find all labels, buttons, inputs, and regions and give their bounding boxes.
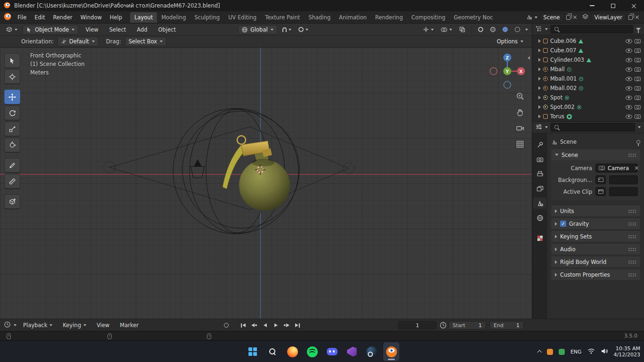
clear-camera-icon[interactable] — [635, 166, 639, 170]
tab-texture-paint[interactable]: Texture Paint — [261, 12, 304, 23]
disable-render-icon[interactable] — [635, 96, 641, 100]
expand-icon[interactable] — [538, 39, 541, 43]
expand-icon[interactable] — [538, 49, 541, 52]
tab-sculpting[interactable]: Sculpting — [190, 12, 224, 23]
minimize-button[interactable] — [582, 0, 603, 11]
expand-icon[interactable] — [555, 273, 557, 277]
disable-render-icon[interactable] — [635, 86, 641, 90]
transform-tool[interactable] — [4, 138, 20, 152]
menu-window[interactable]: Window — [76, 13, 105, 22]
object-name[interactable]: Cube.006 — [550, 38, 576, 44]
disable-render-icon[interactable] — [635, 39, 641, 43]
tab-tool[interactable] — [533, 139, 546, 150]
overlays-dropdown[interactable] — [439, 25, 454, 34]
unlink-scene-icon[interactable] — [573, 15, 577, 19]
object-name[interactable]: Torus — [550, 113, 564, 120]
previous-keyframe-button[interactable] — [249, 321, 259, 330]
properties-editor-caret-icon[interactable] — [545, 126, 548, 128]
close-button[interactable] — [623, 0, 644, 11]
viewport-canvas[interactable]: Front Orthographic (1) Scene Collection … — [0, 48, 532, 319]
shading-wireframe-button[interactable] — [476, 25, 485, 34]
timeline-editor-icon[interactable] — [4, 321, 11, 329]
outliner-editor-caret-icon[interactable] — [545, 28, 548, 30]
spotify-app[interactable] — [304, 342, 320, 361]
active-clip-field[interactable] — [609, 187, 638, 196]
camera-view-icon[interactable] — [516, 124, 524, 134]
expand-icon[interactable] — [538, 77, 541, 81]
tab-rendering[interactable]: Rendering — [371, 12, 407, 23]
expand-icon[interactable] — [538, 86, 541, 90]
select-box-tool[interactable] — [4, 53, 20, 68]
scene-name-field[interactable]: Scene — [540, 13, 564, 22]
browse-scene-icon[interactable] — [526, 14, 532, 21]
start-button[interactable] — [245, 342, 261, 361]
expand-icon[interactable] — [538, 105, 541, 109]
object-name[interactable]: Mball — [550, 66, 565, 73]
play-button[interactable] — [271, 321, 281, 330]
blender-menu-logo[interactable] — [4, 13, 11, 22]
object-name[interactable]: Mball.002 — [550, 85, 577, 91]
snapping-toggle[interactable] — [281, 25, 293, 34]
tab-geometry-nodes[interactable]: Geometry Noc — [450, 12, 497, 23]
current-frame-field[interactable]: 1 — [398, 321, 437, 329]
navigation-gizmo[interactable]: Z X Y — [487, 51, 527, 91]
expand-icon[interactable] — [538, 96, 541, 99]
panel-header-rigid-body-world[interactable]: Rigid Body World — [551, 256, 640, 267]
outliner-row-cube006[interactable]: Cube.006 — [532, 36, 644, 46]
pin-icon[interactable] — [636, 140, 640, 144]
options-dropdown[interactable]: Options — [493, 37, 527, 46]
3d-scene[interactable] — [0, 48, 532, 319]
menu-keying[interactable]: Keying — [59, 321, 90, 330]
expand-icon[interactable] — [555, 247, 557, 251]
jump-to-start-button[interactable] — [239, 321, 248, 330]
toggle-grid-icon[interactable] — [516, 140, 524, 150]
outliner-row-mball[interactable]: Mball — [532, 65, 644, 74]
transform-orientation-dropdown[interactable]: Global — [238, 25, 277, 34]
play-reverse-button[interactable] — [260, 321, 270, 330]
object-name[interactable]: Spot — [550, 94, 562, 101]
panel-header-custom-properties[interactable]: Custom Properties — [551, 269, 640, 280]
preview-range-clock-icon[interactable] — [439, 321, 447, 329]
hide-viewport-icon[interactable] — [626, 77, 632, 81]
hide-viewport-icon[interactable] — [626, 39, 632, 43]
annotate-tool[interactable] — [4, 158, 20, 173]
menu-marker[interactable]: Marker — [116, 321, 142, 330]
record-button[interactable] — [222, 321, 231, 330]
hide-viewport-icon[interactable] — [626, 86, 632, 90]
properties-options-caret-icon[interactable] — [638, 126, 641, 128]
viewlayer-icon[interactable] — [582, 14, 588, 21]
pan-hand-icon[interactable] — [516, 108, 524, 118]
outliner-row-mball002[interactable]: Mball.002 — [532, 83, 644, 93]
measure-tool[interactable] — [4, 174, 20, 189]
timeline-editor-caret-icon[interactable] — [14, 324, 17, 326]
sidebar-toggle-icon[interactable] — [528, 56, 530, 60]
disable-render-icon[interactable] — [635, 49, 641, 53]
tab-texture[interactable] — [533, 232, 546, 244]
panel-header-gravity[interactable]: ✓ Gravity — [551, 218, 640, 229]
shading-rendered-button[interactable] — [513, 25, 522, 34]
tab-world[interactable] — [533, 212, 546, 223]
disable-render-icon[interactable] — [635, 115, 641, 119]
shading-options-caret-icon[interactable] — [525, 29, 528, 31]
drag-dropdown[interactable]: Select Box — [125, 37, 167, 46]
panel-grip-icon[interactable] — [628, 273, 636, 277]
collapse-icon[interactable] — [555, 154, 559, 156]
tab-view-layer[interactable] — [533, 183, 546, 194]
proportional-editing[interactable] — [297, 25, 310, 34]
scene-browse-caret-icon[interactable] — [535, 16, 537, 18]
jump-to-end-button[interactable] — [293, 321, 302, 330]
outliner-editor-icon[interactable] — [536, 25, 542, 33]
viewlayer-name-field[interactable]: ViewLayer — [591, 13, 626, 22]
cursor-tool[interactable] — [4, 69, 20, 84]
disable-render-icon[interactable] — [635, 58, 641, 62]
xray-toggle[interactable] — [457, 25, 467, 34]
tab-render[interactable] — [533, 154, 546, 165]
expand-icon[interactable] — [555, 209, 557, 213]
outliner-row-cube007[interactable]: Cube.007 — [532, 46, 644, 55]
hide-viewport-icon[interactable] — [626, 96, 632, 100]
background-browse-button[interactable] — [595, 175, 606, 184]
hide-viewport-icon[interactable] — [626, 49, 632, 53]
zoom-icon[interactable] — [516, 92, 524, 102]
menu-select[interactable]: Select — [106, 25, 130, 34]
shading-solid-button[interactable] — [488, 25, 497, 34]
